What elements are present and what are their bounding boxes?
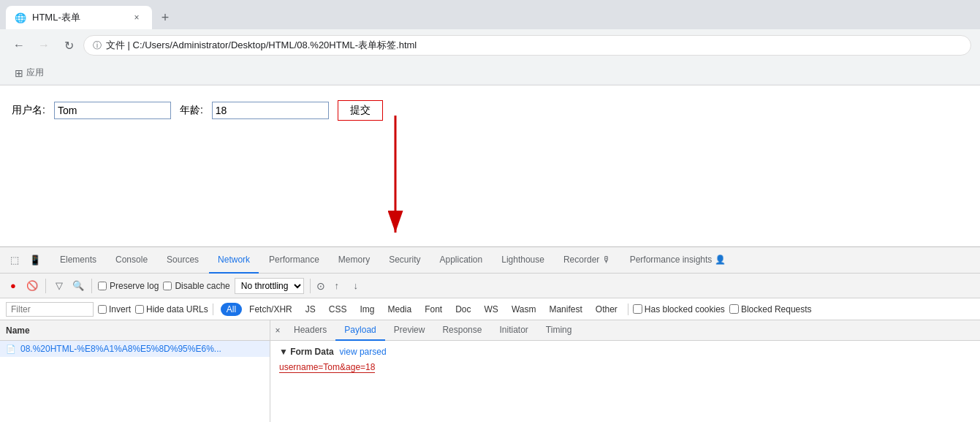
detail-tab-bar: × Headers Payload Preview Response Initi… (270, 320, 980, 341)
detail-tab-response[interactable]: Response (433, 320, 490, 341)
upload-icon[interactable]: ↑ (330, 279, 344, 293)
disable-cache-checkbox-label[interactable]: Disable cache (163, 281, 229, 291)
detail-tab-initiator[interactable]: Initiator (490, 320, 536, 341)
filter-tab-ws[interactable]: WS (479, 303, 504, 316)
filter-tab-css[interactable]: CSS (323, 303, 353, 316)
wifi-icon: ⊙ (316, 280, 325, 292)
filter-type-tabs: All Fetch/XHR JS CSS Img Media Font Doc … (221, 303, 623, 316)
filter-tab-doc[interactable]: Doc (449, 303, 476, 316)
disable-cache-checkbox[interactable] (163, 282, 172, 290)
filter-tab-img[interactable]: Img (354, 303, 380, 316)
devtools-panel: ⬚ 📱 Elements Console Sources Network Per… (0, 246, 980, 422)
nav-bar: ← → ↻ ⓘ 文件 | C:/Users/Administrator/Desk… (0, 29, 980, 61)
new-tab-button[interactable]: + (155, 7, 175, 28)
back-button[interactable]: ← (9, 35, 29, 56)
tab-bar: 🌐 HTML-表单 × + (0, 0, 980, 29)
age-input[interactable] (212, 102, 329, 119)
filter-button[interactable]: ▽ (52, 279, 67, 293)
form-data-label: ▼ Form Data (279, 347, 334, 357)
filter-tab-all[interactable]: All (221, 303, 242, 316)
form-data-section-header: ▼ Form Data view parsed (279, 347, 971, 357)
preserve-log-checkbox[interactable] (98, 282, 107, 290)
hide-data-urls-label[interactable]: Hide data URLs (135, 304, 208, 314)
page-content: 用户名: 年龄: 提交 (0, 86, 980, 247)
blocked-cookies-label[interactable]: Has blocked cookies (633, 304, 725, 314)
payload-content: ▼ Form Data view parsed username=Tom&age… (270, 341, 980, 422)
filter-tab-other[interactable]: Other (590, 303, 623, 316)
blocked-requests-label[interactable]: Blocked Requests (729, 304, 812, 314)
tab-memory[interactable]: Memory (330, 247, 379, 274)
tab-security[interactable]: Security (380, 247, 429, 274)
tab-console[interactable]: Console (107, 247, 156, 274)
detail-tab-timing[interactable]: Timing (537, 320, 581, 341)
filter-tab-wasm[interactable]: Wasm (506, 303, 542, 316)
invert-checkbox[interactable] (98, 305, 107, 314)
tab-performance-insights[interactable]: Performance insights 👤 (621, 247, 734, 274)
active-tab[interactable]: 🌐 HTML-表单 × (6, 6, 152, 29)
file-icon: 📄 (6, 344, 16, 354)
url-text: 文件 | C:/Users/Administrator/Desktop/HTML… (106, 39, 417, 52)
filter-tab-font[interactable]: Font (419, 303, 448, 316)
apps-label: 应用 (26, 67, 44, 79)
filter-tab-manifest[interactable]: Manifest (543, 303, 588, 316)
detail-tab-preview[interactable]: Preview (385, 320, 434, 341)
preserve-log-label: Preserve log (110, 281, 159, 291)
detail-close-icon[interactable]: × (270, 323, 285, 338)
inspect-element-icon[interactable]: ⬚ (6, 252, 23, 269)
toolbar-separator-2 (91, 279, 92, 293)
tab-favicon: 🌐 (15, 12, 26, 23)
tab-performance[interactable]: Performance (260, 247, 328, 274)
lock-icon: ⓘ (93, 39, 102, 52)
request-name: 08.%20HTML-%E8%A1%A8%E5%8D%95%E6%... (20, 344, 221, 354)
detail-tab-headers[interactable]: Headers (285, 320, 335, 341)
filter-tab-fetchxhr[interactable]: Fetch/XHR (243, 303, 298, 316)
invert-checkbox-label[interactable]: Invert (98, 304, 131, 314)
hide-data-urls-checkbox[interactable] (135, 305, 144, 314)
view-parsed-link[interactable]: view parsed (340, 347, 387, 357)
form-data-value: username=Tom&age=18 (279, 361, 971, 373)
tab-application[interactable]: Application (431, 247, 492, 274)
throttle-select[interactable]: No throttling (235, 278, 304, 294)
hide-data-urls-text: Hide data URLs (146, 304, 208, 314)
tab-lighthouse[interactable]: Lighthouse (493, 247, 553, 274)
filter-divider (213, 304, 213, 315)
disable-cache-label: Disable cache (175, 281, 229, 291)
devtools-content: Name 📄 08.%20HTML-%E8%A1%A8%E5%8D%95%E6%… (0, 320, 980, 422)
filter-input[interactable] (6, 302, 94, 317)
filter-tab-js[interactable]: JS (300, 303, 322, 316)
tab-elements[interactable]: Elements (51, 247, 105, 274)
age-label: 年龄: (180, 104, 203, 117)
request-detail-panel: × Headers Payload Preview Response Initi… (270, 320, 980, 422)
refresh-button[interactable]: ↻ (58, 35, 79, 56)
tab-title: HTML-表单 (32, 11, 124, 24)
username-label: 用户名: (12, 104, 45, 117)
filter-tab-media[interactable]: Media (381, 303, 417, 316)
name-column-header: Name (0, 320, 270, 341)
forward-button[interactable]: → (34, 35, 54, 56)
devtools-toolbar: ● 🚫 ▽ 🔍 Preserve log Disable cache No th… (0, 274, 980, 298)
toolbar-separator-1 (45, 279, 46, 293)
apps-grid-icon: ⊞ (15, 67, 23, 79)
download-icon[interactable]: ↓ (349, 279, 363, 293)
search-button[interactable]: 🔍 (71, 279, 86, 293)
record-button[interactable]: ● (6, 279, 20, 293)
tab-sources[interactable]: Sources (158, 247, 208, 274)
detail-tab-payload[interactable]: Payload (335, 320, 384, 341)
blocked-cookies-checkbox[interactable] (633, 304, 642, 314)
preserve-log-checkbox-label[interactable]: Preserve log (98, 281, 159, 291)
username-input[interactable] (54, 102, 171, 119)
tab-network[interactable]: Network (209, 247, 259, 274)
tab-recorder[interactable]: Recorder 🎙 (555, 247, 620, 274)
network-request-row[interactable]: 📄 08.%20HTML-%E8%A1%A8%E5%8D%95%E6%... (0, 341, 270, 357)
filter-divider-2 (628, 304, 628, 315)
stop-button[interactable]: 🚫 (25, 279, 39, 293)
bookmarks-bar: ⊞ 应用 (0, 61, 980, 85)
tab-close-icon[interactable]: × (130, 11, 143, 24)
device-toolbar-icon[interactable]: 📱 (26, 252, 44, 269)
blocked-requests-checkbox[interactable] (729, 304, 739, 314)
address-bar[interactable]: ⓘ 文件 | C:/Users/Administrator/Desktop/HT… (83, 35, 971, 56)
devtools-icon-buttons: ⬚ 📱 (6, 252, 44, 269)
network-request-list: Name 📄 08.%20HTML-%E8%A1%A8%E5%8D%95%E6%… (0, 320, 270, 422)
apps-bookmark[interactable]: ⊞ 应用 (9, 64, 50, 82)
form-row: 用户名: 年龄: 提交 (12, 100, 968, 121)
